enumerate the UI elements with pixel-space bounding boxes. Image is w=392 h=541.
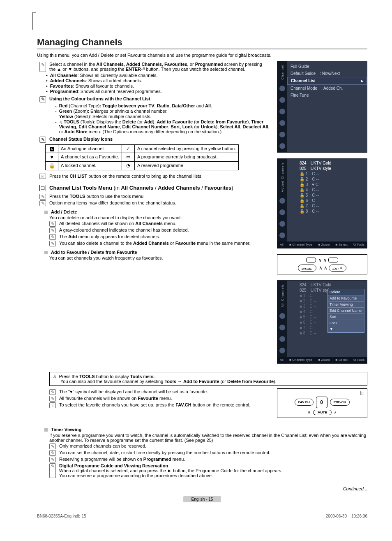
- print-meta: BN68-02355A-Eng.indb 15 2009-06-30 10:26…: [37, 514, 367, 518]
- all-icon: [279, 198, 285, 204]
- satellite-icon: [279, 97, 285, 103]
- lock-icon: 🔒: [46, 162, 58, 170]
- remote-icon: ⍐: [39, 174, 46, 179]
- antenna-icon: [279, 120, 285, 126]
- mute-button: MUTE: [313, 410, 332, 415]
- remote-chlist-illustration: ∨ ∨ CH LIST ∧ ∧ EXIT ↦: [277, 254, 367, 274]
- note-icon: ✎: [39, 137, 46, 143]
- tools-tip-box: ♫ Press the TOOLS button to display Tool…: [49, 372, 367, 386]
- osd-added-channels: Added Channels 824UKTV Gold 825UKTV styl…: [277, 158, 367, 248]
- gear-icon: [279, 109, 285, 114]
- remote-favch-illustration: ⎮⬚ FAV.CH 0 PRE-CH ⊕ MUTE ∧: [277, 388, 367, 418]
- page-footer: English - 15: [37, 497, 367, 502]
- globe-icon: [279, 86, 285, 91]
- record-icon: [279, 143, 285, 149]
- clock-icon: [279, 348, 285, 353]
- pip-icon: [279, 132, 285, 137]
- note-text: Select a channel in the All Channels, Ad…: [49, 62, 270, 72]
- intro-text: Using this menu, you can Add / Delete or…: [37, 53, 367, 58]
- channel-status-table: A An Analogue channel. ✓ A channel selec…: [45, 144, 239, 170]
- osd-all-channels-tools: All Channels 824UKTV Gold 825UKTV style …: [277, 280, 367, 364]
- heart-icon: ♥: [46, 153, 58, 162]
- zero-button: 0: [316, 397, 327, 408]
- clock-icon: [279, 232, 285, 238]
- heart-icon: [279, 221, 285, 227]
- all-icon: [279, 313, 285, 319]
- antenna-icon: [279, 325, 285, 330]
- clock-icon: ◔: [122, 162, 134, 170]
- check-icon: ✓: [122, 145, 134, 153]
- continued-label: Continued...: [37, 486, 367, 491]
- antenna-icon: [279, 209, 285, 215]
- heart-icon: [279, 336, 285, 342]
- note-icon: ✎: [39, 62, 46, 72]
- page-title: Managing Channels: [37, 37, 367, 49]
- exit-button: EXIT ↦: [329, 265, 346, 272]
- tv-icon: ▭: [122, 153, 134, 162]
- note-icon: ✎: [39, 96, 46, 102]
- osd-menu-panel: Channel Full Guide Default Guide: Now/Ne…: [277, 61, 367, 153]
- prech-button: PRE-CH: [330, 399, 350, 406]
- chlist-button: CH LIST: [298, 265, 316, 272]
- analogue-icon: A: [46, 145, 58, 153]
- tools-popup: DeleteAdd to FavouriteTimer ViewingEdit …: [327, 289, 364, 333]
- section-marker: ❏: [39, 185, 46, 191]
- section-heading: Channel List Tools Menu (in All Channels…: [49, 185, 233, 191]
- favch-button: FAV.CH: [295, 399, 314, 406]
